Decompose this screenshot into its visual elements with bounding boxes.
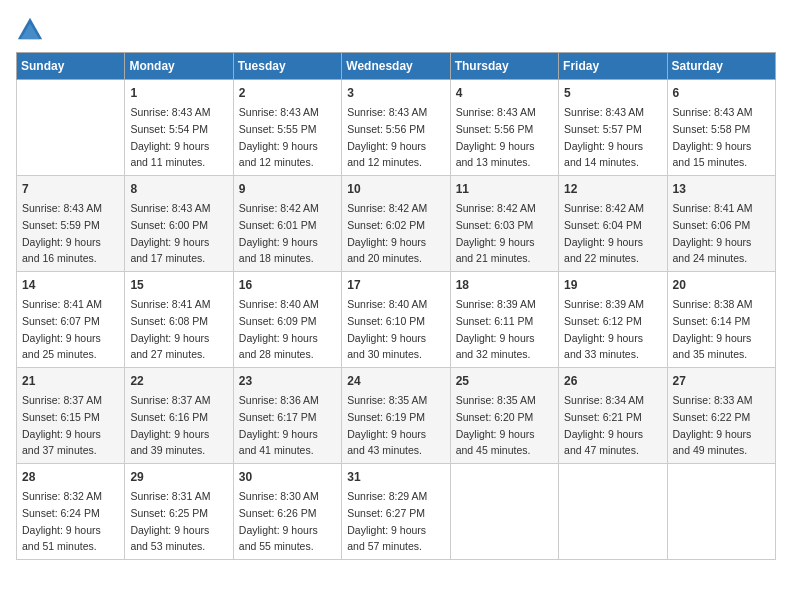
calendar-cell: 3Sunrise: 8:43 AMSunset: 5:56 PMDaylight… [342,80,450,176]
day-number: 3 [347,84,444,102]
calendar-cell: 20Sunrise: 8:38 AMSunset: 6:14 PMDayligh… [667,272,775,368]
calendar-cell: 6Sunrise: 8:43 AMSunset: 5:58 PMDaylight… [667,80,775,176]
cell-info: Sunrise: 8:42 AMSunset: 6:01 PMDaylight:… [239,202,319,264]
day-number: 19 [564,276,661,294]
calendar-cell: 2Sunrise: 8:43 AMSunset: 5:55 PMDaylight… [233,80,341,176]
day-number: 28 [22,468,119,486]
week-row-4: 21Sunrise: 8:37 AMSunset: 6:15 PMDayligh… [17,368,776,464]
calendar-cell: 16Sunrise: 8:40 AMSunset: 6:09 PMDayligh… [233,272,341,368]
col-header-saturday: Saturday [667,53,775,80]
logo-icon [16,16,44,44]
calendar-cell: 10Sunrise: 8:42 AMSunset: 6:02 PMDayligh… [342,176,450,272]
calendar-cell: 28Sunrise: 8:32 AMSunset: 6:24 PMDayligh… [17,464,125,560]
day-number: 13 [673,180,770,198]
day-number: 7 [22,180,119,198]
col-header-sunday: Sunday [17,53,125,80]
col-header-thursday: Thursday [450,53,558,80]
cell-info: Sunrise: 8:40 AMSunset: 6:10 PMDaylight:… [347,298,427,360]
day-number: 17 [347,276,444,294]
day-number: 27 [673,372,770,390]
day-number: 26 [564,372,661,390]
day-number: 10 [347,180,444,198]
cell-info: Sunrise: 8:38 AMSunset: 6:14 PMDaylight:… [673,298,753,360]
logo [16,16,48,44]
cell-info: Sunrise: 8:33 AMSunset: 6:22 PMDaylight:… [673,394,753,456]
cell-info: Sunrise: 8:41 AMSunset: 6:07 PMDaylight:… [22,298,102,360]
calendar-cell: 25Sunrise: 8:35 AMSunset: 6:20 PMDayligh… [450,368,558,464]
col-header-tuesday: Tuesday [233,53,341,80]
cell-info: Sunrise: 8:43 AMSunset: 5:56 PMDaylight:… [347,106,427,168]
cell-info: Sunrise: 8:43 AMSunset: 5:56 PMDaylight:… [456,106,536,168]
day-number: 30 [239,468,336,486]
day-number: 6 [673,84,770,102]
cell-info: Sunrise: 8:43 AMSunset: 5:58 PMDaylight:… [673,106,753,168]
day-number: 31 [347,468,444,486]
calendar-cell: 11Sunrise: 8:42 AMSunset: 6:03 PMDayligh… [450,176,558,272]
calendar-cell: 14Sunrise: 8:41 AMSunset: 6:07 PMDayligh… [17,272,125,368]
week-row-3: 14Sunrise: 8:41 AMSunset: 6:07 PMDayligh… [17,272,776,368]
calendar-cell: 23Sunrise: 8:36 AMSunset: 6:17 PMDayligh… [233,368,341,464]
cell-info: Sunrise: 8:42 AMSunset: 6:02 PMDaylight:… [347,202,427,264]
cell-info: Sunrise: 8:43 AMSunset: 5:57 PMDaylight:… [564,106,644,168]
cell-info: Sunrise: 8:41 AMSunset: 6:08 PMDaylight:… [130,298,210,360]
page-header [16,16,776,44]
day-number: 29 [130,468,227,486]
day-number: 8 [130,180,227,198]
calendar-cell [559,464,667,560]
cell-info: Sunrise: 8:43 AMSunset: 5:54 PMDaylight:… [130,106,210,168]
calendar-cell: 19Sunrise: 8:39 AMSunset: 6:12 PMDayligh… [559,272,667,368]
cell-info: Sunrise: 8:42 AMSunset: 6:04 PMDaylight:… [564,202,644,264]
cell-info: Sunrise: 8:43 AMSunset: 5:55 PMDaylight:… [239,106,319,168]
cell-info: Sunrise: 8:35 AMSunset: 6:19 PMDaylight:… [347,394,427,456]
cell-info: Sunrise: 8:42 AMSunset: 6:03 PMDaylight:… [456,202,536,264]
day-number: 14 [22,276,119,294]
header-row: SundayMondayTuesdayWednesdayThursdayFrid… [17,53,776,80]
week-row-2: 7Sunrise: 8:43 AMSunset: 5:59 PMDaylight… [17,176,776,272]
calendar-cell: 29Sunrise: 8:31 AMSunset: 6:25 PMDayligh… [125,464,233,560]
calendar-cell: 5Sunrise: 8:43 AMSunset: 5:57 PMDaylight… [559,80,667,176]
calendar-cell [17,80,125,176]
calendar-cell: 22Sunrise: 8:37 AMSunset: 6:16 PMDayligh… [125,368,233,464]
cell-info: Sunrise: 8:41 AMSunset: 6:06 PMDaylight:… [673,202,753,264]
day-number: 22 [130,372,227,390]
calendar-cell: 31Sunrise: 8:29 AMSunset: 6:27 PMDayligh… [342,464,450,560]
cell-info: Sunrise: 8:31 AMSunset: 6:25 PMDaylight:… [130,490,210,552]
calendar-cell: 12Sunrise: 8:42 AMSunset: 6:04 PMDayligh… [559,176,667,272]
cell-info: Sunrise: 8:34 AMSunset: 6:21 PMDaylight:… [564,394,644,456]
cell-info: Sunrise: 8:30 AMSunset: 6:26 PMDaylight:… [239,490,319,552]
calendar-table: SundayMondayTuesdayWednesdayThursdayFrid… [16,52,776,560]
cell-info: Sunrise: 8:37 AMSunset: 6:16 PMDaylight:… [130,394,210,456]
col-header-friday: Friday [559,53,667,80]
cell-info: Sunrise: 8:32 AMSunset: 6:24 PMDaylight:… [22,490,102,552]
day-number: 9 [239,180,336,198]
day-number: 1 [130,84,227,102]
calendar-cell: 27Sunrise: 8:33 AMSunset: 6:22 PMDayligh… [667,368,775,464]
col-header-monday: Monday [125,53,233,80]
calendar-cell [450,464,558,560]
day-number: 11 [456,180,553,198]
calendar-cell: 17Sunrise: 8:40 AMSunset: 6:10 PMDayligh… [342,272,450,368]
calendar-cell: 13Sunrise: 8:41 AMSunset: 6:06 PMDayligh… [667,176,775,272]
cell-info: Sunrise: 8:36 AMSunset: 6:17 PMDaylight:… [239,394,319,456]
calendar-cell [667,464,775,560]
day-number: 20 [673,276,770,294]
col-header-wednesday: Wednesday [342,53,450,80]
cell-info: Sunrise: 8:39 AMSunset: 6:12 PMDaylight:… [564,298,644,360]
calendar-cell: 24Sunrise: 8:35 AMSunset: 6:19 PMDayligh… [342,368,450,464]
cell-info: Sunrise: 8:35 AMSunset: 6:20 PMDaylight:… [456,394,536,456]
week-row-1: 1Sunrise: 8:43 AMSunset: 5:54 PMDaylight… [17,80,776,176]
day-number: 15 [130,276,227,294]
day-number: 18 [456,276,553,294]
cell-info: Sunrise: 8:29 AMSunset: 6:27 PMDaylight:… [347,490,427,552]
day-number: 12 [564,180,661,198]
day-number: 21 [22,372,119,390]
calendar-cell: 26Sunrise: 8:34 AMSunset: 6:21 PMDayligh… [559,368,667,464]
day-number: 2 [239,84,336,102]
calendar-cell: 21Sunrise: 8:37 AMSunset: 6:15 PMDayligh… [17,368,125,464]
calendar-cell: 9Sunrise: 8:42 AMSunset: 6:01 PMDaylight… [233,176,341,272]
calendar-cell: 1Sunrise: 8:43 AMSunset: 5:54 PMDaylight… [125,80,233,176]
cell-info: Sunrise: 8:43 AMSunset: 5:59 PMDaylight:… [22,202,102,264]
day-number: 5 [564,84,661,102]
calendar-cell: 18Sunrise: 8:39 AMSunset: 6:11 PMDayligh… [450,272,558,368]
cell-info: Sunrise: 8:37 AMSunset: 6:15 PMDaylight:… [22,394,102,456]
